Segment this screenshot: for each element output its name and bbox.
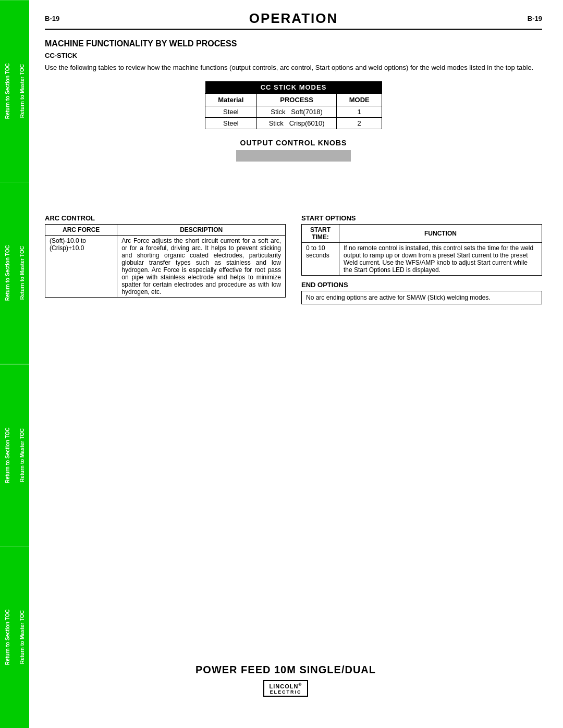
- start-col-function: FUNCTION: [339, 224, 542, 242]
- output-control-section: OUTPUT CONTROL KNOBS: [45, 139, 542, 168]
- start-options-table: START TIME: FUNCTION 0 to 10 seconds If …: [301, 224, 542, 276]
- section-title: MACHINE FUNCTIONALITY BY WELD PROCESS: [45, 39, 542, 48]
- end-options-title: END OPTIONS: [301, 281, 542, 289]
- start-function-value: If no remote control is installed, this …: [339, 242, 542, 275]
- material-2: Steel: [205, 117, 257, 129]
- sidebar-section-toc-2[interactable]: Return to Section TOC: [0, 182, 15, 364]
- arc-control-table: ARC FORCE DESCRIPTION (Soft)-10.0 to(Cri…: [45, 224, 286, 298]
- material-1: Steel: [205, 106, 257, 117]
- sidebar-master-toc-1[interactable]: Return to Master TOC: [15, 0, 29, 182]
- mode-1: 1: [337, 106, 382, 117]
- table-row: Steel Stick Crisp(6010) 2: [205, 117, 382, 129]
- page-num-left: B-19: [45, 15, 59, 22]
- intro-text: Use the following tables to review how t…: [45, 63, 542, 73]
- modes-table-wrapper: CC STICK MODES Material PROCESS MODE Ste…: [45, 81, 542, 129]
- col-mode: MODE: [337, 93, 382, 106]
- end-options-table: No arc ending options are active for SMA…: [301, 291, 542, 304]
- table-row: 0 to 10 seconds If no remote control is …: [302, 242, 542, 275]
- arc-col-force: ARC FORCE: [45, 224, 117, 235]
- table-row: No arc ending options are active for SMA…: [302, 291, 542, 304]
- start-end-options-section: START OPTIONS START TIME: FUNCTION 0 to …: [301, 214, 542, 304]
- sidebar-left: Return to Section TOC Return to Section …: [0, 0, 15, 728]
- lincoln-name: LINCOLN®: [270, 683, 302, 689]
- arc-control-section: ARC CONTROL ARC FORCE DESCRIPTION (Soft)…: [45, 214, 286, 298]
- table-row: Steel Stick Soft(7018) 1: [205, 106, 382, 117]
- process-2: Stick Crisp(6010): [256, 117, 337, 129]
- spacer-1: [45, 172, 542, 214]
- power-feed-title: POWER FEED 10M SINGLE/DUAL: [29, 664, 542, 676]
- lincoln-electric: ELECTRIC: [270, 689, 302, 695]
- page-num-right: B-19: [528, 15, 542, 22]
- lincoln-logo: LINCOLN® ELECTRIC: [263, 680, 309, 697]
- sidebar-master-toc-4[interactable]: Return to Master TOC: [15, 546, 29, 728]
- page-title: OPERATION: [59, 10, 528, 27]
- sidebar-section-toc-4[interactable]: Return to Section TOC: [0, 546, 15, 728]
- output-control-bar: [236, 150, 351, 162]
- sub-section-title: CC-STICK: [45, 52, 542, 59]
- arc-col-description: DESCRIPTION: [117, 224, 286, 235]
- table-row: (Soft)-10.0 to(Crisp)+10.0 Arc Force adj…: [45, 235, 286, 297]
- end-options-section: END OPTIONS No arc ending options are ac…: [301, 281, 542, 304]
- sidebar-master-toc-2[interactable]: Return to Master TOC: [15, 182, 29, 364]
- arc-force-value: (Soft)-10.0 to(Crisp)+10.0: [45, 235, 117, 297]
- process-1: Stick Soft(7018): [256, 106, 337, 117]
- sidebar-master-toc-3[interactable]: Return to Master TOC: [15, 364, 29, 546]
- modes-table-main-header: CC STICK MODES: [205, 81, 382, 94]
- start-time-value: 0 to 10 seconds: [302, 242, 339, 275]
- main-content: B-19 OPERATION B-19 MACHINE FUNCTIONALIT…: [29, 0, 563, 728]
- sidebar-right: Return to Master TOC Return to Master TO…: [15, 0, 29, 728]
- arc-description: Arc Force adjusts the short circuit curr…: [117, 235, 286, 297]
- page-footer: POWER FEED 10M SINGLE/DUAL LINCOLN® ELEC…: [29, 664, 542, 697]
- output-control-title: OUTPUT CONTROL KNOBS: [45, 139, 542, 147]
- start-options-title: START OPTIONS: [301, 214, 542, 222]
- end-options-text: No arc ending options are active for SMA…: [302, 291, 542, 304]
- cc-stick-modes-table: CC STICK MODES Material PROCESS MODE Ste…: [205, 81, 382, 129]
- col-process: PROCESS: [256, 93, 337, 106]
- start-col-time: START TIME:: [302, 224, 339, 242]
- arc-control-title: ARC CONTROL: [45, 214, 286, 222]
- two-col-section: ARC CONTROL ARC FORCE DESCRIPTION (Soft)…: [45, 214, 542, 304]
- col-material: Material: [205, 93, 257, 106]
- page-header: B-19 OPERATION B-19: [45, 10, 542, 30]
- sidebar-section-toc-1[interactable]: Return to Section TOC: [0, 0, 15, 182]
- mode-2: 2: [337, 117, 382, 129]
- sidebar-section-toc-3[interactable]: Return to Section TOC: [0, 364, 15, 546]
